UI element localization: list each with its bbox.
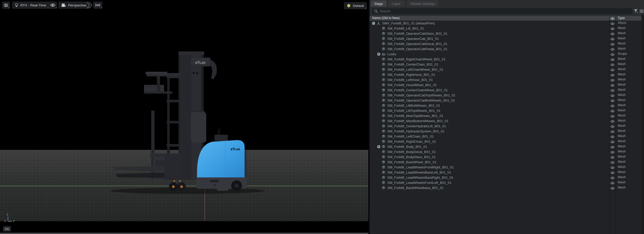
visibility-eye-icon[interactable] (610, 94, 615, 97)
tree-item-label[interactable]: SM_Forklift_CenterHydralicLift_B01_01 (387, 124, 446, 128)
tree-item-name-cell[interactable]: SM_Forklift_HydraulicSystem_B01_01 (370, 129, 445, 134)
tree-row[interactable]: SM_Forklift_RightHose_B01_01Mesh (370, 72, 641, 77)
tree-row[interactable]: SM_Forklift_LeftHose_B01_01Mesh (370, 77, 641, 82)
type-column-header[interactable]: Type (618, 16, 625, 20)
tree-item-name-cell[interactable]: SM_Forklift_LiftTopWheels_B01_01 (370, 108, 441, 113)
visibility-eye-icon[interactable] (610, 79, 615, 82)
tree-item-label[interactable]: SM_Forklift_LeftHose_B01_01 (387, 78, 433, 82)
tree-row[interactable]: SM_Forklift_LeadWheelsBackLeft_B01_01Mes… (370, 170, 641, 175)
tree-item-name-cell[interactable]: SM_Forklift_BackWheel_B01_01 (370, 159, 436, 165)
tree-item-label[interactable]: SM_Forklift_LiftTopWheels_B01_01 (387, 109, 441, 113)
tree-item-name-cell[interactable]: SM_Forklift_OperatorCabPedal_B01_01 (370, 46, 447, 51)
tree-row[interactable]: SM_Forklift_RightChain_B01_01Mesh (370, 139, 641, 144)
tree-item-name-cell[interactable]: SM_Forklift_LeftChainWheel_B01_01 (370, 67, 443, 72)
lighting-preset-button[interactable]: Default (344, 2, 367, 9)
tree-row[interactable]: +LooksScope (370, 51, 641, 57)
tree-item-label[interactable]: SM_Forklift_OperatorCabPedal_B01_01 (387, 47, 447, 51)
tree-item-name-cell[interactable]: SM_Forklift_MastTopWheels_B01_01 (370, 113, 443, 118)
tree-item-label[interactable]: SM_Forklift_OperatorCabDecal_B01_01 (387, 42, 447, 46)
visibility-menu-button[interactable] (48, 2, 57, 9)
tree-item-name-cell[interactable]: SM_Forklift_RightHose_B01_01 (370, 72, 435, 77)
visibility-eye-icon[interactable] (610, 68, 615, 71)
tree-row[interactable]: SM_Forklift_CenterHydralicLift_B01_01Mes… (370, 123, 641, 129)
visibility-eye-icon[interactable] (610, 89, 615, 92)
tree-item-name-cell[interactable]: SM_Forklift_LeftHose_B01_01 (370, 77, 433, 82)
visibility-eye-icon[interactable] (610, 74, 615, 77)
tree-row[interactable]: SM_Forklift_OperatorCabTopWheels_B01_01M… (370, 93, 641, 98)
tree-item-label[interactable]: SM_Forklift_OperatorCab_B01_01 (387, 37, 439, 41)
tree-item-label[interactable]: SM_Forklift_OperatorCabGlass_B01_01 (387, 32, 447, 35)
visibility-eye-icon[interactable] (610, 53, 615, 56)
tree-item-label[interactable]: SM_Forklift_LeadWheelsFrontLeft_B01_01 (387, 181, 451, 185)
tree-row[interactable]: SM_Forklift_LeadWheelsFrontLeft_B01_01Me… (370, 180, 641, 185)
tree-item-label[interactable]: SMV_Forklift_B01_01 (defaultPrim) (382, 21, 435, 25)
tree-row[interactable]: SM_Forklift_CenterChain_B01_01Mesh (370, 62, 641, 67)
viewport-settings-button[interactable] (2, 2, 10, 9)
visibility-eye-icon[interactable] (610, 146, 615, 149)
tree-item-label[interactable]: SM_Forklift_OperatorCabBotWheels_B01_01 (387, 98, 455, 102)
visibility-eye-icon[interactable] (610, 182, 615, 185)
renderer-selector-button[interactable]: RTX - Real-Time (12, 2, 49, 9)
tree-item-name-cell[interactable]: SM_Forklift_BackWheelbase_B01_01 (370, 185, 444, 190)
tree-item-label[interactable]: SM_Forklift_BodyGlass_B01_01 (387, 155, 436, 159)
visibility-eye-icon[interactable] (610, 110, 615, 113)
collapse-toggle[interactable]: − (372, 22, 375, 25)
tree-row[interactable]: SM_Forklift_MastBottomWheels_B01_01Mesh (370, 118, 641, 123)
tree-item-name-cell[interactable]: SM_Forklift_OperatorCabDecal_B01_01 (370, 41, 447, 46)
name-column-header[interactable]: Name (Old to New) (372, 16, 400, 20)
tree-item-name-cell[interactable]: SM_Forklift_BodyGlass_B01_01 (370, 154, 436, 159)
visibility-eye-icon[interactable] (610, 140, 615, 143)
tree-item-label[interactable]: SM_Forklift_Body_B01_01 (387, 145, 427, 149)
tree-item-name-cell[interactable]: SM_Forklift_OperatorCabGlass_B01_01 (370, 31, 447, 36)
tree-row[interactable]: SM_Forklift_OperatorCabGlass_B01_01Mesh (370, 31, 641, 36)
tree-row[interactable]: SM_Forklift_OperatorCabPedal_B01_01Mesh (370, 46, 641, 51)
visibility-eye-icon[interactable] (610, 43, 615, 46)
tree-row[interactable]: SM_Forklift_OperatorCabDecal_B01_01Mesh (370, 41, 641, 46)
tree-item-label[interactable]: SM_Forklift_BackWheelbase_B01_01 (387, 186, 444, 190)
visibility-eye-icon[interactable] (610, 187, 615, 190)
tree-item-label[interactable]: SM_Forklift_RightHose_B01_01 (387, 73, 435, 77)
tree-row[interactable]: SM_Forklift_Lift_B01_01Mesh (370, 26, 641, 31)
tree-item-label[interactable]: SM_Forklift_HoseWheel_B01_01 (387, 83, 437, 87)
visibility-eye-icon[interactable] (610, 171, 615, 174)
visibility-eye-icon[interactable] (610, 99, 615, 102)
visibility-eye-icon[interactable] (610, 176, 615, 179)
tree-item-name-cell[interactable]: SM_Forklift_OperatorCabBotWheels_B01_01 (370, 98, 455, 103)
tree-item-label[interactable]: SM_Forklift_OperatorCabTopWheels_B01_01 (387, 93, 455, 97)
visibility-eye-icon[interactable] (610, 130, 615, 133)
tree-item-name-cell[interactable]: SM_Forklift_LeadWheelsFrontRight_B01_01 (370, 165, 454, 170)
tree-item-label[interactable]: SM_Forklift_LeadWheelsBackLeft_B01_01 (387, 170, 451, 174)
visibility-eye-icon[interactable] (610, 115, 615, 118)
visibility-eye-icon[interactable] (610, 22, 615, 25)
tree-row[interactable]: SM_Forklift_BackWheel_B01_01Mesh (370, 159, 641, 165)
visibility-eye-icon[interactable] (610, 104, 615, 107)
tree-row[interactable]: SM_Forklift_HoseWheel_B01_01Mesh (370, 82, 641, 87)
camera-selector-button[interactable]: Perspective (58, 2, 89, 9)
tree-item-name-cell[interactable]: SM_Forklift_CenterChain_B01_01 (370, 62, 438, 67)
tree-item-name-cell[interactable]: SM_Forklift_CenterHydralicLift_B01_01 (370, 123, 446, 129)
tree-row[interactable]: SM_Forklift_HydraulicSystem_B01_01Mesh (370, 129, 641, 134)
tree-item-label[interactable]: SM_Forklift_MastTopWheels_B01_01 (387, 114, 443, 118)
visibility-eye-icon[interactable] (610, 63, 615, 66)
tree-item-label[interactable]: SM_Forklift_Lift_B01_01 (387, 26, 424, 30)
tree-item-name-cell[interactable]: SM_Forklift_RightChainWheel_B01_01 (370, 57, 445, 62)
tree-row[interactable]: SM_Forklift_OperatorCab_B01_01Mesh (370, 36, 641, 41)
tree-item-label[interactable]: SM_Forklift_BodyDecal_B01_01 (387, 150, 436, 154)
tree-item-name-cell[interactable]: SM_Forklift_OperatorCabTopWheels_B01_01 (370, 93, 455, 98)
tree-row[interactable]: SM_Forklift_LiftBotWheels_B01_01Mesh (370, 103, 641, 108)
tree-item-label[interactable]: SM_Forklift_LeadWheelsBackRight_B01_01 (387, 176, 453, 179)
scrollbar-track[interactable] (641, 15, 644, 234)
live-session-button[interactable] (93, 2, 102, 9)
tree-row[interactable]: SM_Forklift_LeftChainWheel_B01_01Mesh (370, 67, 641, 72)
tree-item-label[interactable]: SM_Forklift_CenterChainWheel_B01_01 (387, 88, 448, 92)
tree-row[interactable]: −SMV_Forklift_B01_01 (defaultPrim)Xform (370, 21, 641, 26)
tree-item-name-cell[interactable]: SM_Forklift_HoseWheel_B01_01 (370, 82, 437, 87)
visibility-eye-icon[interactable] (610, 48, 615, 51)
tree-item-label[interactable]: Looks (387, 52, 396, 56)
tree-item-name-cell[interactable]: SM_Forklift_LeftChain_B01_01 (370, 134, 434, 139)
tree-row[interactable]: SM_Forklift_BackWheelbase_B01_01Mesh (370, 185, 641, 190)
tree-item-label[interactable]: SM_Forklift_MastBottomWheels_B01_01 (387, 119, 449, 123)
tree-row[interactable]: SM_Forklift_RightChainWheel_B01_01Mesh (370, 57, 641, 62)
visibility-eye-icon[interactable] (610, 32, 615, 35)
tree-row[interactable]: SM_Forklift_LeftChain_B01_01Mesh (370, 134, 641, 139)
